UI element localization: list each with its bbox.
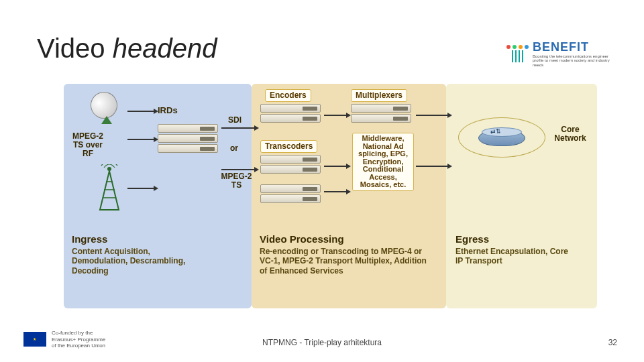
arrow-icon [416,115,448,116]
slide: Video headend BENEFIT Boosting the telec… [0,0,644,362]
benefit-logo: BENEFIT Boosting the telecommunications … [506,34,621,74]
sdi-label: SDI [228,116,241,125]
transcoders-label: Transcoders [260,140,317,153]
encoders-label: Encoders [265,89,311,102]
multiplexers-label: Multiplexers [351,89,407,102]
middleware-label: Middleware, National Ad splicing, EPG, E… [352,133,414,191]
egress-title: Egress [455,233,489,245]
footer-text: NTPMNG - Triple-play arhitektura [0,338,644,347]
ingress-title: Ingress [72,233,107,245]
arrow-icon [127,139,154,140]
mpeg2ts-rf-label: MPEG-2 TS over RF [68,132,108,159]
arrow-icon [324,191,347,192]
title-word1: Video [37,34,105,63]
eu-line1: Co-funded by the [52,330,105,336]
irds-label: IRDs [158,106,178,115]
multiplexer-rack-icon [351,104,411,124]
antenna-tower-icon [96,164,123,211]
brand-tagline: Boosting the telecommunications engineer… [533,54,621,68]
or-label: or [230,144,238,153]
arrow-icon [416,166,448,167]
processing-title: Video Processing [260,233,344,245]
processing-subtitle: Re-encoding or Transcoding to MPEG-4 or … [260,247,434,276]
ird-rack-icon [158,124,218,154]
egress-column [446,84,597,308]
encoder-rack-icon [260,104,321,124]
egress-subtitle: Ethernet Encapsulation, Core IP Transpor… [455,247,570,266]
router-icon: ⇄⇅ [478,127,525,149]
dot-icon [525,45,529,49]
arrow-icon [221,169,255,170]
page-title: Video headend [37,34,217,64]
dot-icon [519,45,523,49]
headend-diagram: MPEG-2 TS over RF IRDs SDI or MPEG-2 TS … [64,84,597,315]
core-network-label: Core Network [550,125,590,143]
page-number: 32 [608,338,617,347]
arrow-icon [127,188,154,189]
brand-text: BENEFIT [533,40,621,54]
title-word2: headend [113,34,217,63]
dot-icon [513,45,517,49]
arrow-icon [324,166,347,167]
arrow-icon [221,127,255,129]
svg-point-0 [107,167,111,171]
satellite-dish-icon [91,92,127,129]
arrow-icon [324,115,347,116]
transcoder-rack-icon [260,155,321,175]
ingress-subtitle: Content Acquisition, Demodulation, Descr… [72,247,186,276]
dot-icon [506,45,511,49]
chip-icon [506,45,529,62]
transcoder-rack-icon [260,184,321,204]
mpeg2ts-label: MPEG-2 TS [218,172,255,190]
arrow-icon [127,111,154,112]
